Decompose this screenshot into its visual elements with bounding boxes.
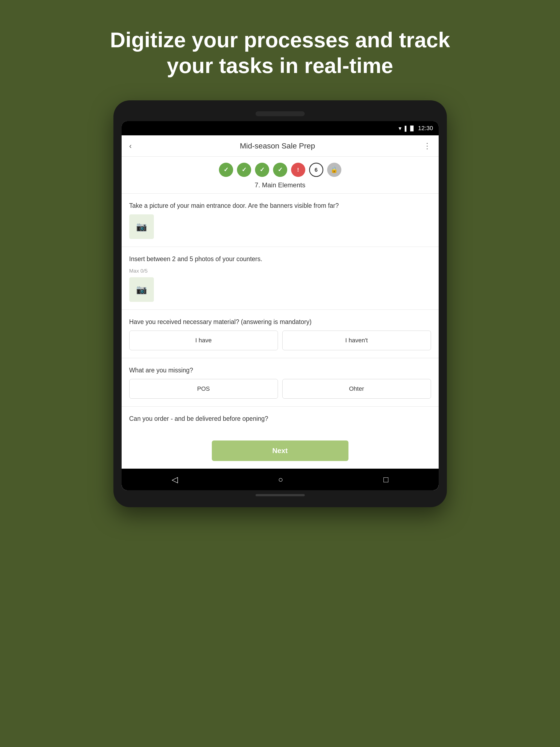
next-button-container: Next (122, 435, 439, 469)
question-2: Insert between 2 and 5 photos of your co… (122, 247, 439, 309)
step-2[interactable]: ✓ (237, 163, 251, 177)
question-3-text: Have you received necessary material? (a… (129, 317, 431, 326)
step-3[interactable]: ✓ (255, 163, 269, 177)
question-1-text: Take a picture of your main entrance doo… (129, 201, 431, 210)
q4-option-2[interactable]: Ohter (282, 379, 431, 398)
signal-icon (405, 125, 408, 132)
wifi-icon (398, 125, 403, 132)
tablet-camera (256, 111, 305, 116)
back-button[interactable]: ‹ (129, 141, 132, 150)
page-title: Digitize your processes and track your t… (77, 27, 483, 78)
question-5: Can you order - and be delivered before … (122, 407, 439, 435)
nav-back-button[interactable]: ◁ (171, 475, 178, 484)
step-label: 7. Main Elements (122, 180, 439, 193)
app-header: ‹ Mid-season Sale Prep ⋮ (122, 135, 439, 157)
question-5-text: Can you order - and be delivered before … (129, 414, 431, 423)
question-2-text: Insert between 2 and 5 photos of your co… (129, 255, 431, 263)
question-4: What are you missing? POS Ohter (122, 358, 439, 406)
step-1[interactable]: ✓ (219, 163, 233, 177)
tablet-device: 12:30 ‹ Mid-season Sale Prep ⋮ ✓ ✓ ✓ ✓ !… (113, 100, 447, 507)
step-indicators: ✓ ✓ ✓ ✓ ! 6 🔒 (122, 157, 439, 180)
question-1: Take a picture of your main entrance doo… (122, 194, 439, 247)
nav-recent-button[interactable]: □ (383, 475, 389, 484)
battery-icon (410, 125, 414, 132)
step-7: 🔒 (327, 163, 341, 177)
tablet-bottom-bar (256, 494, 305, 496)
title-line2: your tasks in real-time (167, 54, 393, 78)
time-display: 12:30 (418, 125, 433, 132)
q3-option-1[interactable]: I have (129, 331, 278, 350)
step-5[interactable]: ! (291, 163, 305, 177)
step-6[interactable]: 6 (309, 163, 323, 177)
question-4-text: What are you missing? (129, 366, 431, 375)
step-4[interactable]: ✓ (273, 163, 287, 177)
camera-icon-2: 📷 (136, 284, 147, 295)
photo-upload-2[interactable]: 📷 (129, 277, 154, 302)
camera-icon-1: 📷 (136, 222, 147, 232)
more-button[interactable]: ⋮ (423, 141, 431, 150)
nav-home-button[interactable]: ○ (278, 475, 283, 484)
bottom-nav: ◁ ○ □ (122, 469, 439, 490)
tablet-screen: 12:30 ‹ Mid-season Sale Prep ⋮ ✓ ✓ ✓ ✓ !… (122, 121, 439, 490)
question-3: Have you received necessary material? (a… (122, 310, 439, 358)
next-button[interactable]: Next (212, 440, 348, 461)
header-title: Mid-season Sale Prep (240, 141, 315, 150)
q3-option-2[interactable]: I haven't (282, 331, 431, 350)
q4-option-1[interactable]: POS (129, 379, 278, 398)
title-line1: Digitize your processes and track (110, 28, 450, 52)
photo-upload-1[interactable]: 📷 (129, 214, 154, 239)
question-2-sublabel: Max 0/5 (129, 268, 431, 274)
status-bar: 12:30 (122, 121, 439, 135)
